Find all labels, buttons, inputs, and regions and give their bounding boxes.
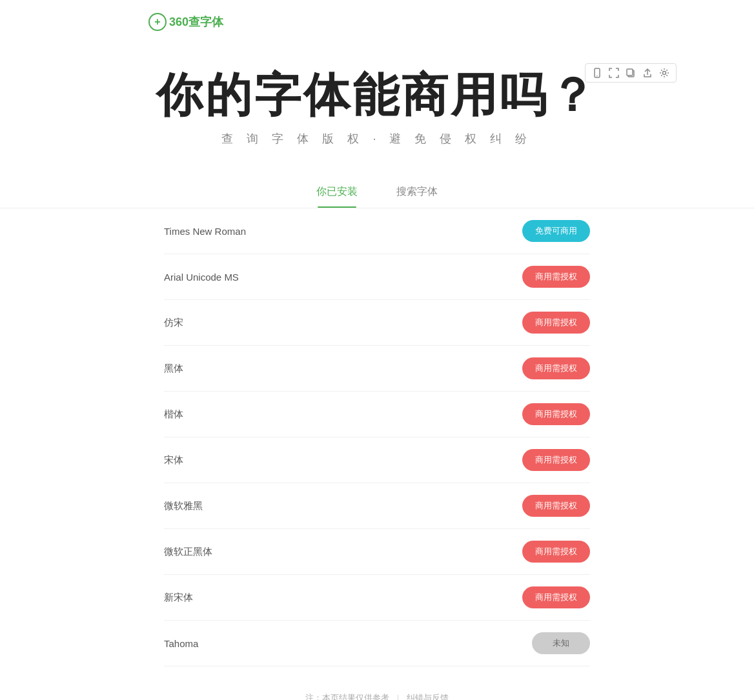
font-row[interactable]: Arial Unicode MS商用需授权 [164, 254, 590, 300]
mobile-icon[interactable] [591, 66, 604, 79]
font-name: 微软雅黑 [164, 500, 203, 512]
font-row[interactable]: 微软雅黑商用需授权 [164, 483, 590, 529]
expand-icon[interactable] [607, 66, 620, 79]
settings-icon[interactable] [658, 66, 671, 79]
logo[interactable]: + 360查字体 [148, 13, 223, 31]
font-status-badge: 商用需授权 [522, 403, 590, 425]
font-name: 新宋体 [164, 592, 193, 604]
font-name: 微软正黑体 [164, 546, 212, 558]
font-row[interactable]: 黑体商用需授权 [164, 346, 590, 392]
font-name: Arial Unicode MS [164, 272, 239, 283]
font-row[interactable]: 新宋体商用需授权 [164, 575, 590, 621]
tab-installed[interactable]: 你已安装 [297, 179, 377, 208]
font-name: Times New Roman [164, 226, 246, 237]
svg-point-3 [596, 75, 598, 77]
hero-subtitle: 查 询 字 体 版 权 · 避 免 侵 权 纠 纷 [0, 131, 754, 146]
font-row[interactable]: 楷体商用需授权 [164, 392, 590, 437]
font-name: 黑体 [164, 363, 183, 375]
font-status-badge: 商用需授权 [522, 586, 590, 608]
font-name: 仿宋 [164, 317, 183, 329]
font-status-badge: 商用需授权 [522, 541, 590, 563]
font-status-badge: 免费可商用 [522, 220, 590, 242]
footer: 注：本页结果仅供参考 | 纠错与反馈 [0, 692, 754, 700]
font-status-badge: 商用需授权 [522, 357, 590, 379]
logo-text: 360查字体 [169, 14, 223, 30]
font-name: 宋体 [164, 454, 183, 466]
font-name: Tahoma [164, 638, 198, 649]
footer-separator: | [397, 693, 399, 700]
copy-icon[interactable] [624, 66, 637, 79]
svg-rect-5 [627, 69, 633, 75]
hero-section: 你的字体能商用吗？ 查 询 字 体 版 权 · 避 免 侵 权 纠 纷 [0, 70, 754, 146]
font-status-badge: 商用需授权 [522, 495, 590, 517]
share-icon[interactable] [641, 66, 654, 79]
font-row[interactable]: 微软正黑体商用需授权 [164, 529, 590, 575]
font-row[interactable]: Tahoma未知 [164, 621, 590, 666]
footer-note: 注：本页结果仅供参考 [305, 693, 389, 700]
svg-text:+: + [154, 16, 160, 27]
font-row[interactable]: Times New Roman免费可商用 [164, 208, 590, 254]
font-status-badge: 商用需授权 [522, 449, 590, 471]
font-name: 楷体 [164, 408, 183, 421]
font-list: Times New Roman免费可商用Arial Unicode MS商用需授… [151, 208, 603, 666]
font-status-badge: 未知 [532, 632, 590, 654]
font-row[interactable]: 宋体商用需授权 [164, 437, 590, 483]
tab-search[interactable]: 搜索字体 [377, 179, 457, 208]
tabs-container: 你已安装 搜索字体 [0, 179, 754, 208]
logo-icon: + [148, 13, 167, 31]
svg-point-6 [663, 72, 666, 75]
font-row[interactable]: 仿宋商用需授权 [164, 300, 590, 346]
header: + 360查字体 [0, 0, 754, 31]
font-status-badge: 商用需授权 [522, 312, 590, 334]
feedback-link[interactable]: 纠错与反馈 [407, 693, 449, 700]
toolbar [585, 63, 677, 83]
font-status-badge: 商用需授权 [522, 266, 590, 288]
